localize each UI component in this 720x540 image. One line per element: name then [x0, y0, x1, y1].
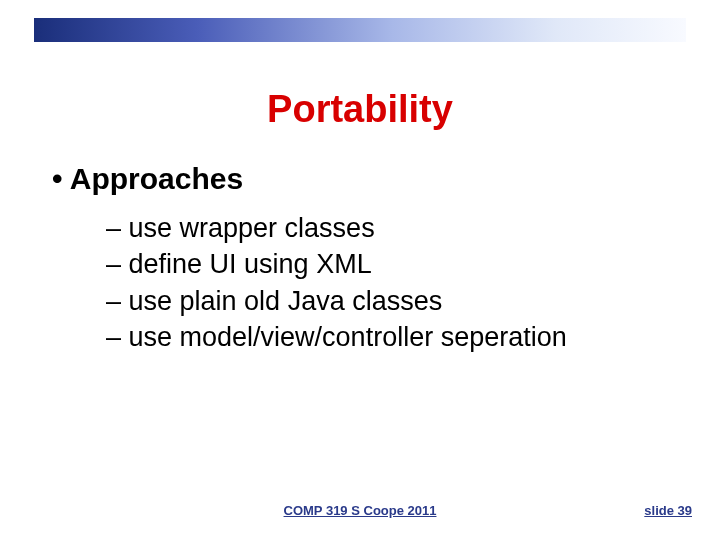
sub-bullet-item: – use plain old Java classes — [106, 283, 680, 319]
header-gradient-bar — [34, 18, 686, 42]
main-bullet: • Approaches — [52, 162, 680, 196]
sub-bullet-item: – use model/view/controller seperation — [106, 319, 680, 355]
footer-slide-number: slide 39 — [644, 503, 692, 518]
sub-bullet-item: – define UI using XML — [106, 246, 680, 282]
sub-bullet-item: – use wrapper classes — [106, 210, 680, 246]
footer-course-label: COMP 319 S Coope 2011 — [0, 503, 720, 518]
slide-content: • Approaches – use wrapper classes – def… — [52, 162, 680, 356]
slide-title: Portability — [0, 88, 720, 131]
sub-bullet-list: – use wrapper classes – define UI using … — [106, 210, 680, 356]
